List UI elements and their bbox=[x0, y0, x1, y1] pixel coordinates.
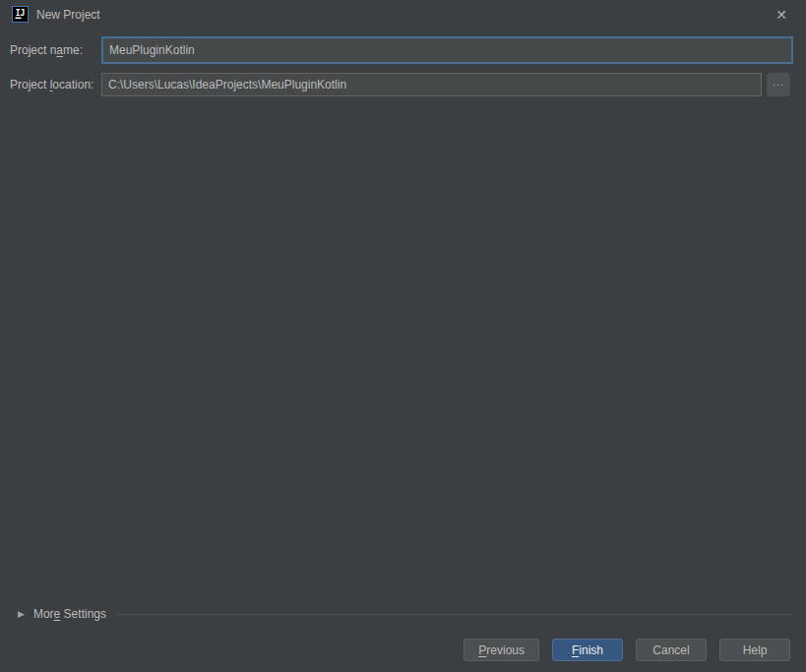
help-button[interactable]: Help bbox=[719, 639, 790, 661]
svg-text:IJ: IJ bbox=[16, 9, 26, 18]
titlebar: IJ New Project ✕ bbox=[0, 0, 806, 29]
divider bbox=[116, 614, 793, 615]
finish-button[interactable]: Finish bbox=[552, 639, 623, 661]
project-name-label: Project name: bbox=[10, 43, 101, 57]
content-spacer bbox=[0, 96, 806, 607]
project-name-row: Project name: bbox=[0, 36, 806, 64]
close-icon[interactable]: ✕ bbox=[773, 6, 790, 24]
chevron-right-icon: ▶ bbox=[18, 610, 25, 619]
project-location-input[interactable] bbox=[101, 73, 762, 96]
footer-button-bar: Previous Finish Cancel Help bbox=[0, 639, 790, 661]
previous-button[interactable]: Previous bbox=[464, 639, 539, 661]
project-location-label: Project location: bbox=[10, 78, 101, 92]
window-title: New Project bbox=[36, 8, 100, 22]
cancel-button[interactable]: Cancel bbox=[636, 639, 707, 661]
browse-button[interactable]: ... bbox=[767, 73, 790, 96]
new-project-dialog: IJ New Project ✕ Project name: Project l… bbox=[0, 0, 806, 672]
project-name-input[interactable] bbox=[101, 36, 793, 64]
project-location-row: Project location: ... bbox=[0, 73, 806, 96]
more-settings-toggle[interactable]: ▶ More Settings bbox=[0, 607, 806, 621]
intellij-idea-icon: IJ bbox=[12, 6, 29, 23]
more-settings-label: More Settings bbox=[33, 607, 106, 621]
